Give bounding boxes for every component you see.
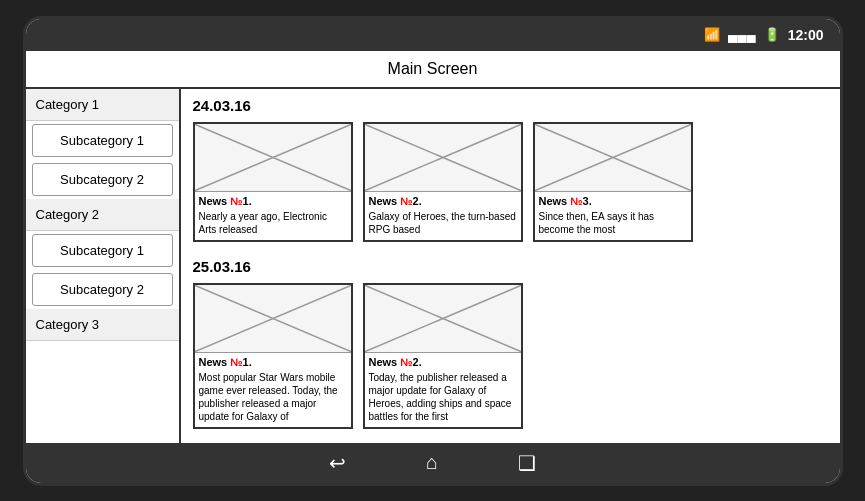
news-title-2-2: News №2. bbox=[365, 353, 521, 369]
page-title: Main Screen bbox=[388, 60, 478, 78]
news-card-1-1[interactable]: News №1. Nearly a year ago, Electronic A… bbox=[193, 122, 353, 242]
news-image-1-2 bbox=[365, 124, 521, 192]
news-card-2-2[interactable]: News №2. Today, the publisher released a… bbox=[363, 283, 523, 429]
news-text-2-1: Most popular Star Wars mobile game ever … bbox=[195, 369, 351, 427]
news-title-1-1: News №1. bbox=[195, 192, 351, 208]
home-icon[interactable]: ⌂ bbox=[426, 451, 438, 474]
news-image-2-1 bbox=[195, 285, 351, 353]
date-heading-2: 25.03.16 bbox=[193, 258, 828, 275]
copy-icon[interactable]: ❑ bbox=[518, 451, 536, 475]
main-content: Category 1 Subcategory 1 Subcategory 2 C… bbox=[26, 89, 840, 443]
content-area: 24.03.16 News №1. Nearly a year ago, Ele… bbox=[181, 89, 840, 443]
title-bar: Main Screen bbox=[26, 51, 840, 89]
bottom-nav: ↩ ⌂ ❑ bbox=[26, 443, 840, 483]
sidebar-subcategory-1-1[interactable]: Subcategory 1 bbox=[32, 124, 173, 157]
date-heading-1: 24.03.16 bbox=[193, 97, 828, 114]
news-text-1-3: Since then, EA says it has become the mo… bbox=[535, 208, 691, 240]
news-text-1-2: Galaxy of Heroes, the turn-based RPG bas… bbox=[365, 208, 521, 240]
sidebar-subcategory-2-1[interactable]: Subcategory 1 bbox=[32, 234, 173, 267]
sidebar-category-1: Category 1 bbox=[26, 89, 179, 121]
news-text-2-2: Today, the publisher released a major up… bbox=[365, 369, 521, 427]
sidebar-category-3: Category 3 bbox=[26, 309, 179, 341]
wifi-icon: 📶 bbox=[704, 27, 720, 42]
sidebar-subcategory-2-2[interactable]: Subcategory 2 bbox=[32, 273, 173, 306]
news-image-1-3 bbox=[535, 124, 691, 192]
news-card-1-3[interactable]: News №3. Since then, EA says it has beco… bbox=[533, 122, 693, 242]
sidebar-subcategory-1-2[interactable]: Subcategory 2 bbox=[32, 163, 173, 196]
news-image-1-1 bbox=[195, 124, 351, 192]
news-card-1-2[interactable]: News №2. Galaxy of Heroes, the turn-base… bbox=[363, 122, 523, 242]
news-image-2-2 bbox=[365, 285, 521, 353]
news-row-2: News №1. Most popular Star Wars mobile g… bbox=[193, 283, 828, 429]
status-time: 12:00 bbox=[788, 27, 824, 43]
signal-icon: ▄▄▄ bbox=[728, 27, 756, 42]
news-title-2-1: News №1. bbox=[195, 353, 351, 369]
status-bar: 📶 ▄▄▄ 🔋 12:00 bbox=[26, 19, 840, 51]
news-title-1-3: News №3. bbox=[535, 192, 691, 208]
sidebar: Category 1 Subcategory 1 Subcategory 2 C… bbox=[26, 89, 181, 443]
news-title-1-2: News №2. bbox=[365, 192, 521, 208]
news-card-2-1[interactable]: News №1. Most popular Star Wars mobile g… bbox=[193, 283, 353, 429]
news-text-1-1: Nearly a year ago, Electronic Arts relea… bbox=[195, 208, 351, 240]
device-frame: 📶 ▄▄▄ 🔋 12:00 Main Screen Category 1 Sub… bbox=[23, 16, 843, 486]
back-icon[interactable]: ↩ bbox=[329, 451, 346, 475]
news-row-1: News №1. Nearly a year ago, Electronic A… bbox=[193, 122, 828, 242]
sidebar-category-2: Category 2 bbox=[26, 199, 179, 231]
battery-icon: 🔋 bbox=[764, 27, 780, 42]
